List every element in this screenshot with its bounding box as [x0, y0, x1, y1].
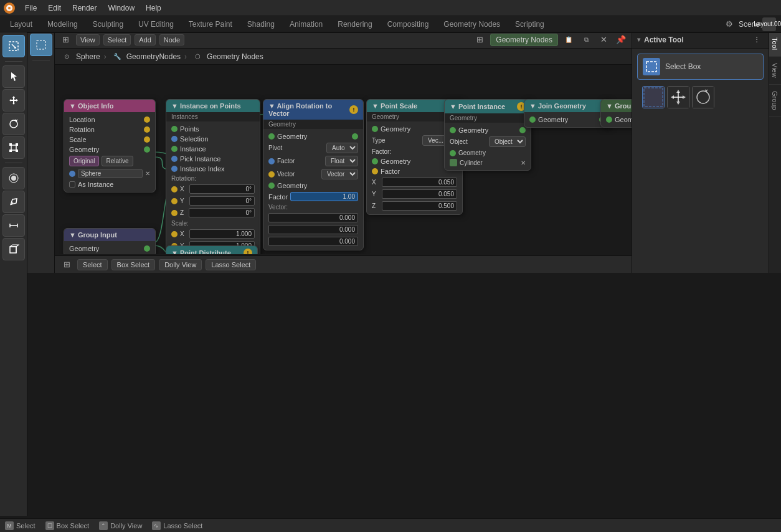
node-point-instance[interactable]: ▼ Point Instance ! Geometry Geometry [444, 99, 531, 171]
bc-modifier-icon[interactable]: 🔧 [110, 50, 124, 64]
node-iop-header[interactable]: ▼ Instance on Points [166, 100, 260, 112]
tab-texture-paint[interactable]: Texture Paint [181, 19, 240, 30]
node-editor-mode[interactable]: ⊞ [60, 258, 73, 272]
cursor-tool-btn[interactable] [2, 65, 25, 88]
ps-z-field[interactable]: 0.500 [382, 201, 457, 211]
tab-compositing[interactable]: Compositing [380, 19, 437, 30]
transform-tool-btn[interactable] [2, 167, 25, 189]
iop-sel-label: Selection [180, 135, 208, 143]
nb-lasso-btn[interactable]: Lasso Select [206, 259, 256, 270]
node-duplicate-btn[interactable]: ⧉ [579, 33, 593, 47]
ps-y-field[interactable]: 0.050 [382, 189, 457, 199]
node-pin-btn[interactable]: 📌 [614, 33, 628, 47]
menu-window[interactable]: Window [103, 2, 140, 14]
rp-collapse-icon[interactable]: ▾ [637, 36, 640, 43]
node-group-input-header[interactable]: ▼ Group Input [64, 229, 155, 241]
node-arv-header[interactable]: ▼ Align Rotation to Vector ! [263, 100, 363, 120]
arv-vy-field[interactable]: 0.000 [268, 225, 358, 234]
sphere-close[interactable]: ✕ [145, 170, 150, 177]
node-editor-canvas[interactable]: ⊞ View Select Add Node ⊞ Geometry Nodes … [55, 32, 632, 273]
add-cube-btn[interactable] [2, 238, 25, 260]
thumbnail-rotate[interactable] [692, 86, 714, 108]
bc-sphere[interactable]: Sphere [76, 52, 100, 61]
bc-scene-icon[interactable]: ⊙ [60, 50, 73, 64]
arv-pivot-select[interactable]: Auto [326, 143, 358, 153]
node-editor-icon[interactable]: ⊞ [473, 33, 486, 47]
geometry-nodes-tab[interactable]: Geometry Nodes [490, 34, 558, 46]
node-pi-header[interactable]: ▼ Point Instance ! [445, 100, 531, 113]
move-tool-btn[interactable] [2, 89, 25, 112]
node-jg-header[interactable]: ▼ Join Geometry [524, 100, 610, 112]
node-canvas[interactable]: ▼ Object Info Location Rotation [55, 65, 632, 254]
rp-tab-tool[interactable]: Tool [769, 32, 781, 57]
bc-nodes-icon[interactable]: ⬡ [191, 50, 204, 64]
thumbnail-cursor[interactable] [642, 86, 665, 108]
node-go-header[interactable]: ▼ Group Output [601, 100, 632, 112]
original-btn[interactable]: Original [69, 156, 99, 166]
node-pd-header[interactable]: ▼ Point Distribute ! [166, 246, 257, 254]
tab-uv-editing[interactable]: UV Editing [131, 19, 181, 30]
arv-vx-field[interactable]: 0.000 [268, 213, 358, 222]
node-join-geometry[interactable]: ▼ Join Geometry Geometry [524, 99, 611, 128]
ps-x-field[interactable]: 0.050 [382, 178, 457, 187]
3d-viewport[interactable]: ⊞ Object Mode View Select Add Object Fac… [27, 32, 781, 273]
iop-rotx-field[interactable]: 0° [189, 184, 255, 194]
tab-sculpting[interactable]: Sculpting [85, 19, 131, 30]
select-tool-btn[interactable] [2, 35, 25, 57]
nb-dolly-btn[interactable]: Dolly View [159, 259, 202, 270]
scene-selector[interactable]: ⚙ [722, 17, 736, 31]
as-instance-checkbox[interactable] [69, 181, 75, 188]
node-instance-on-points[interactable]: ▼ Instance on Points Instances Points Se… [166, 99, 260, 254]
bc-modifier[interactable]: GeometryNodes [126, 52, 181, 61]
node-point-distribute[interactable]: ▼ Point Distribute ! Geometry Random [166, 245, 258, 254]
arv-factor-input[interactable]: 1.00 [290, 192, 358, 201]
rotate-tool-btn[interactable] [2, 113, 25, 135]
menu-help[interactable]: Help [141, 2, 166, 14]
menu-render[interactable]: Render [67, 2, 102, 14]
node-object-info[interactable]: ▼ Object Info Location Rotation [64, 99, 156, 192]
relative-btn[interactable]: Relative [102, 156, 133, 166]
node-new-btn[interactable]: 📋 [562, 33, 575, 47]
nb-box-select-btn[interactable]: Box Select [111, 259, 156, 270]
annotate-tool-btn[interactable] [2, 191, 25, 213]
menu-edit[interactable]: Edit [43, 2, 66, 14]
node-group-output[interactable]: ▼ Group Output Geometry [600, 99, 632, 128]
tab-animation[interactable]: Animation [282, 19, 330, 30]
node-type-icon[interactable]: ⊞ [59, 33, 72, 47]
iop-roty-field[interactable]: 0° [189, 196, 255, 206]
node-align-rotation[interactable]: ▼ Align Rotation to Vector ! Geometry Ge… [263, 99, 364, 250]
menu-file[interactable]: File [20, 2, 42, 14]
rp-tab-group[interactable]: Group [769, 85, 781, 117]
pi-object-select[interactable]: Object [489, 136, 526, 147]
node-select-btn[interactable] [30, 34, 52, 56]
iop-rotz-field[interactable]: 0° [189, 208, 255, 217]
tab-modeling[interactable]: Modeling [40, 19, 85, 30]
node-view-menu[interactable]: View [76, 34, 100, 45]
iop-sx-field[interactable]: 1.000 [189, 229, 255, 239]
split-handle[interactable] [27, 32, 781, 33]
tab-scripting[interactable]: Scripting [508, 19, 552, 30]
sphere-input[interactable]: Sphere [78, 169, 143, 178]
node-select-menu[interactable]: Select [103, 34, 131, 45]
node-group-input[interactable]: ▼ Group Input Geometry [64, 228, 156, 254]
arv-factor-select[interactable]: Float [325, 156, 358, 166]
tab-geometry-nodes[interactable]: Geometry Nodes [436, 19, 508, 30]
tab-rendering[interactable]: Rendering [330, 19, 379, 30]
arv-vector-select[interactable]: Vector [321, 169, 358, 179]
tab-layout[interactable]: Layout [2, 19, 40, 30]
thumbnail-move[interactable] [667, 86, 689, 108]
rp-more-options[interactable]: ⋮ [750, 33, 764, 47]
node-object-info-header[interactable]: ▼ Object Info [64, 100, 155, 112]
arv-vz-field[interactable]: 0.000 [268, 237, 358, 246]
node-close-btn[interactable]: ✕ [597, 33, 610, 47]
rp-tab-view[interactable]: View [769, 57, 781, 85]
layout-active[interactable]: Layout.001 [762, 17, 776, 31]
pi-cyl-close[interactable]: ✕ [521, 159, 526, 166]
measure-tool-btn[interactable] [2, 214, 25, 237]
scale-tool-btn[interactable] [2, 136, 25, 159]
tab-shading[interactable]: Shading [240, 19, 282, 30]
nb-select-btn[interactable]: Select [77, 259, 108, 270]
bc-node-group[interactable]: Geometry Nodes [207, 52, 263, 61]
node-node-menu[interactable]: Node [159, 34, 184, 45]
node-add-menu[interactable]: Add [135, 34, 156, 45]
